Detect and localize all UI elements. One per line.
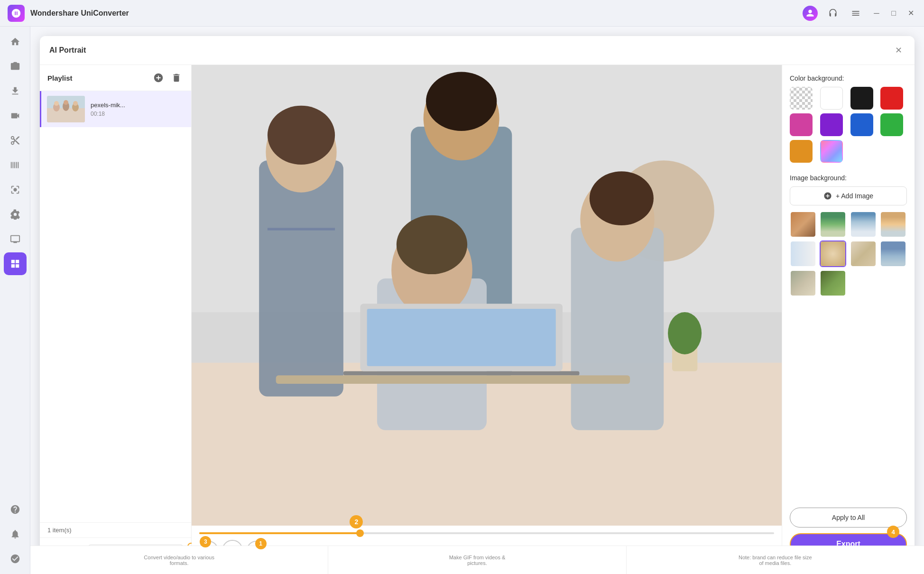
svg-point-5 (64, 100, 68, 105)
dialog-header: AI Portrait ✕ (40, 36, 915, 65)
sidebar-item-tv[interactable] (4, 228, 27, 250)
color-swatch-orange[interactable] (790, 140, 813, 163)
sidebar-item-capture[interactable] (4, 178, 27, 201)
image-thumb-6[interactable] (820, 241, 846, 267)
svg-point-3 (54, 101, 59, 106)
image-thumb-4[interactable] (880, 211, 906, 238)
sidebar (0, 27, 30, 574)
progress-section: 2 (199, 529, 774, 540)
video-preview-area (192, 65, 782, 526)
sidebar-item-video[interactable] (4, 104, 27, 127)
feature-item-3: Note: brand can reduce file sizeof media… (627, 546, 924, 574)
minimize-button[interactable]: ─ (871, 8, 882, 19)
app-title: Wondershare UniConverter (30, 9, 803, 18)
color-swatch-blue[interactable] (850, 113, 873, 136)
sidebar-item-download[interactable] (4, 80, 27, 102)
thumb-inner-1 (791, 212, 815, 237)
thumb-inner-4 (881, 212, 906, 237)
image-background-label: Image background: (790, 174, 907, 182)
image-thumb-7[interactable] (850, 241, 877, 267)
sidebar-item-merge[interactable] (4, 154, 27, 176)
playlist-item-duration: 00:18 (91, 111, 185, 117)
sidebar-item-grid[interactable] (4, 252, 27, 275)
image-background-section: Image background: + Add Image (790, 174, 907, 296)
progress-fill (199, 532, 360, 534)
image-grid (790, 211, 907, 296)
titlebar-actions (803, 6, 863, 21)
thumb-inner-10 (821, 271, 845, 296)
maximize-button[interactable]: □ (888, 8, 899, 19)
color-swatch-purple[interactable] (820, 113, 843, 136)
thumb-inner-5 (791, 241, 815, 266)
image-thumb-2[interactable] (820, 211, 846, 238)
titlebar: Wondershare UniConverter ─ □ ✕ (0, 0, 924, 27)
color-swatch-green[interactable] (880, 113, 903, 136)
image-thumb-8[interactable] (880, 241, 906, 267)
color-swatch-transparent[interactable] (790, 87, 813, 110)
svg-rect-28 (276, 375, 630, 384)
sidebar-item-home[interactable] (4, 30, 27, 53)
video-panel: 2 (192, 65, 782, 565)
sidebar-item-help[interactable] (4, 498, 27, 521)
svg-point-7 (73, 101, 78, 106)
add-image-button[interactable]: + Add Image (790, 186, 907, 205)
item-count: 1 item(s) (40, 522, 191, 537)
playlist-thumbnail (47, 96, 85, 122)
playlist-item-name: pexels-mik... (91, 102, 185, 109)
svg-rect-15 (268, 228, 335, 230)
sidebar-bottom (4, 498, 27, 570)
color-swatch-black[interactable] (850, 87, 873, 110)
apply-to-all-button[interactable]: Apply to All (790, 508, 907, 528)
svg-point-21 (397, 215, 467, 274)
close-button[interactable]: ✕ (905, 8, 916, 19)
thumb-inner-2 (821, 212, 845, 237)
add-image-label: + Add Image (836, 192, 873, 200)
color-swatch-red[interactable] (880, 87, 903, 110)
feature-item-1: Convert video/audio to variousformats. (30, 546, 328, 574)
color-background-label: Color background: (790, 74, 907, 82)
annotation-badge-2: 2 (350, 515, 363, 528)
thumb-inner-3 (851, 212, 876, 237)
color-swatches-grid (790, 87, 907, 163)
dialog-close-button[interactable]: ✕ (892, 44, 905, 57)
sidebar-item-settings[interactable] (4, 203, 27, 226)
settings-panel: Color background: (782, 65, 915, 565)
thumb-inner-9 (791, 271, 815, 296)
sidebar-item-scissors[interactable] (4, 129, 27, 152)
playlist-item[interactable]: pexels-mik... 00:18 (40, 91, 191, 127)
add-to-playlist-button[interactable] (151, 71, 166, 85)
feature-text-2: Make GIF from videos &pictures. (449, 555, 506, 566)
dialog-title: AI Portrait (49, 46, 892, 55)
image-thumb-1[interactable] (790, 211, 816, 238)
svg-point-18 (426, 72, 497, 131)
sidebar-item-feedback[interactable] (4, 547, 27, 570)
annotation-badge-1: 1 (255, 538, 267, 549)
svg-point-14 (268, 106, 335, 165)
playlist-title: Playlist (47, 74, 148, 82)
delete-from-playlist-button[interactable] (169, 71, 184, 85)
svg-point-30 (668, 312, 702, 354)
playlist-header: Playlist (40, 65, 191, 91)
sidebar-item-camera[interactable] (4, 55, 27, 78)
svg-rect-25 (343, 371, 580, 375)
progress-thumb[interactable] (356, 529, 364, 537)
color-swatch-pink[interactable] (790, 113, 813, 136)
image-thumb-9[interactable] (790, 270, 816, 296)
thumb-inner-8 (881, 241, 906, 266)
feature-bar: Convert video/audio to variousformats. M… (30, 546, 924, 574)
color-swatch-white[interactable] (820, 87, 843, 110)
svg-point-24 (590, 171, 654, 225)
feature-text-1: Convert video/audio to variousformats. (144, 555, 214, 566)
menu-button[interactable] (848, 6, 863, 21)
profile-button[interactable] (803, 6, 818, 21)
color-swatch-gradient[interactable] (820, 140, 843, 163)
headset-button[interactable] (825, 6, 841, 21)
close-icon: ✕ (895, 45, 902, 56)
image-thumb-10[interactable] (820, 270, 846, 296)
image-thumb-5[interactable] (790, 241, 816, 267)
progress-bar[interactable] (199, 532, 774, 534)
image-thumb-3[interactable] (850, 211, 877, 238)
app-logo (8, 5, 25, 22)
feature-item-2: Make GIF from videos &pictures. (328, 546, 626, 574)
sidebar-item-bell[interactable] (4, 523, 27, 546)
